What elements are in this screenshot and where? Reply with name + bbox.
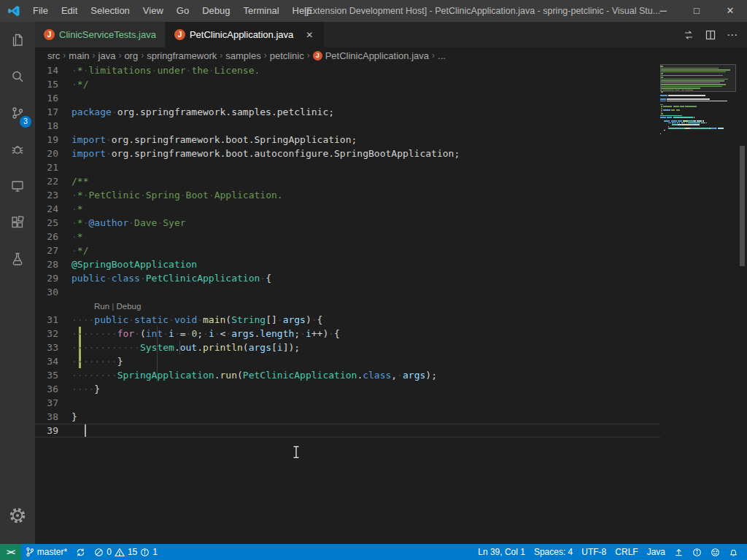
code-text[interactable]: import·org.springframework.boot.autoconf… [71, 148, 460, 159]
encoding-setting[interactable]: UTF-8 [577, 544, 611, 560]
code-text[interactable]: import·org.springframework.boot.SpringAp… [71, 134, 357, 145]
more-actions-icon[interactable]: ⋯ [727, 28, 738, 42]
line-number[interactable]: 30 [35, 285, 71, 299]
line-number[interactable]: 24 [35, 202, 71, 216]
sidebar-item-run-debug[interactable] [0, 131, 35, 168]
code-editor[interactable]: 14·*·limitations·under·the·License.15·*/… [35, 63, 747, 544]
vertical-scrollbar[interactable] [737, 63, 747, 544]
line-number[interactable]: 20 [35, 147, 71, 160]
code-text[interactable]: ·*/ [71, 245, 88, 256]
menu-edit[interactable]: Edit [55, 0, 84, 22]
eol-setting[interactable]: CRLF [611, 544, 642, 560]
sync-changes[interactable] [71, 544, 90, 560]
code-text[interactable]: package·org.springframework.samples.petc… [71, 106, 334, 117]
notifications[interactable] [724, 544, 743, 560]
codelens-run-link[interactable]: Run [94, 302, 109, 311]
codelens-debug-link[interactable]: Debug [117, 302, 142, 311]
line-number[interactable]: 22 [35, 174, 71, 188]
publish-action[interactable] [670, 544, 688, 560]
tab-clinicservicetests[interactable]: J ClinicServiceTests.java [35, 22, 166, 47]
line-number[interactable]: 19 [35, 133, 71, 147]
close-button[interactable]: ✕ [713, 0, 747, 22]
minimap-slider[interactable] [660, 64, 736, 92]
breadcrumb-item-samples[interactable]: samples [225, 50, 260, 61]
code-text[interactable]: ·* [71, 203, 83, 214]
code-text[interactable]: ········} [71, 356, 123, 367]
code-text[interactable]: ············System.out.println(args[i]); [71, 342, 300, 353]
menu-go[interactable]: Go [170, 0, 196, 22]
breadcrumb-item-petclinic[interactable]: petclinic [270, 50, 304, 61]
tab-petclinicapplication[interactable]: J PetClinicApplication.java ✕ [166, 22, 325, 47]
code-text[interactable]: ·*·@author·Dave·Syer [71, 217, 186, 228]
breadcrumb-item-file[interactable]: J PetClinicApplication.java [313, 50, 429, 61]
code-text[interactable]: ····} [71, 384, 100, 394]
tab-close-icon[interactable]: ✕ [303, 30, 315, 40]
java-status[interactable] [688, 544, 706, 560]
minimap[interactable] [660, 63, 737, 137]
menu-selection[interactable]: Selection [84, 0, 136, 22]
maximize-button[interactable]: □ [680, 0, 713, 22]
sidebar-item-search[interactable] [0, 58, 35, 95]
manage-gear[interactable] [0, 497, 35, 534]
sidebar-item-extensions[interactable] [0, 204, 35, 241]
line-number[interactable]: 25 [35, 216, 71, 230]
line-number[interactable]: 29 [35, 271, 71, 285]
line-number[interactable]: 23 [35, 188, 71, 202]
code-text[interactable]: ········for·(int·i·=·0;·i·<·args.length;… [71, 328, 340, 339]
tab-label: PetClinicApplication.java [190, 29, 293, 40]
breadcrumb-item-main[interactable]: main [69, 50, 89, 61]
menu-debug[interactable]: Debug [196, 0, 236, 22]
codelens[interactable]: Run | Debug [71, 302, 141, 311]
cursor-position[interactable]: Ln 39, Col 1 [473, 544, 530, 560]
sidebar-item-remote-explorer[interactable] [0, 168, 35, 204]
line-number[interactable]: 27 [35, 244, 71, 257]
language-mode[interactable]: Java [643, 544, 670, 560]
breadcrumb-item-src[interactable]: src [47, 50, 60, 61]
menu-terminal[interactable]: Terminal [236, 0, 285, 22]
line-number[interactable]: 31 [35, 313, 71, 327]
indentation-setting[interactable]: Spaces: 4 [530, 544, 577, 560]
sidebar-item-explorer[interactable] [0, 22, 35, 58]
breadcrumb-item-java[interactable]: java [98, 50, 116, 61]
sidebar-item-testing[interactable] [0, 241, 35, 277]
git-branch-status[interactable]: master* [21, 544, 71, 560]
code-text[interactable]: ·*·PetClinic·Spring·Boot·Application. [71, 190, 283, 201]
code-text[interactable]: ·*/ [71, 79, 88, 90]
code-text[interactable]: ·* [71, 231, 83, 242]
split-editor-icon[interactable] [705, 29, 716, 41]
breadcrumb-item-more[interactable]: ... [438, 50, 446, 61]
remote-indicator[interactable]: >< [0, 544, 21, 560]
line-number[interactable]: 32 [35, 327, 71, 341]
line-number[interactable]: 35 [35, 368, 71, 382]
line-number[interactable]: 33 [35, 341, 71, 354]
line-number[interactable]: 17 [35, 105, 71, 119]
line-number[interactable]: 26 [35, 230, 71, 244]
scrollbar-thumb[interactable] [740, 146, 745, 266]
line-number[interactable]: 16 [35, 91, 71, 105]
line-number[interactable]: 14 [35, 63, 71, 77]
line-number[interactable]: 15 [35, 77, 71, 91]
line-number[interactable]: 28 [35, 257, 71, 271]
code-text[interactable]: /** [71, 176, 88, 187]
code-text[interactable]: ········SpringApplication.run(PetClinicA… [71, 370, 437, 381]
line-number[interactable]: 34 [35, 354, 71, 368]
breadcrumb-item-springframework[interactable]: springframework [147, 50, 217, 61]
open-changes-icon[interactable] [683, 29, 694, 41]
code-text[interactable]: } [71, 411, 77, 422]
line-number[interactable]: 38 [35, 410, 71, 424]
code-text[interactable]: public·class·PetClinicApplication·{ [71, 273, 271, 284]
line-number[interactable]: 36 [35, 382, 71, 396]
problems-status[interactable]: 0 15 1 [90, 544, 162, 560]
menu-view[interactable]: View [136, 0, 170, 22]
code-text[interactable]: ·*·limitations·under·the·License. [71, 65, 260, 76]
sidebar-item-source-control[interactable]: 3 [0, 95, 35, 131]
breadcrumb-item-org[interactable]: org [124, 50, 138, 61]
menu-file[interactable]: File [26, 0, 55, 22]
line-number[interactable]: 39 [35, 424, 71, 438]
feedback[interactable] [706, 544, 724, 560]
code-text[interactable]: ····public·static·void·main(String[]·arg… [71, 314, 322, 325]
line-number[interactable]: 18 [35, 119, 71, 133]
code-text[interactable]: @SpringBootApplication [71, 259, 197, 270]
line-number[interactable]: 21 [35, 160, 71, 174]
line-number[interactable]: 37 [35, 396, 71, 410]
